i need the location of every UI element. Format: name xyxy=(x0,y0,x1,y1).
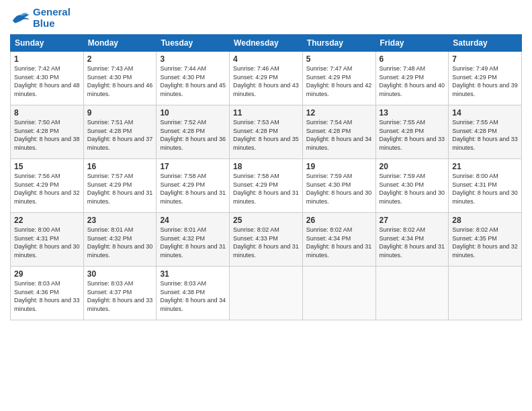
calendar-week-row: 15 Sunrise: 7:56 AM Sunset: 4:29 PM Dayl… xyxy=(11,159,522,213)
calendar-header-sunday: Sunday xyxy=(11,35,84,52)
day-info: Sunrise: 7:50 AM Sunset: 4:28 PM Dayligh… xyxy=(14,118,80,152)
calendar-cell: 31 Sunrise: 8:03 AM Sunset: 4:38 PM Dayl… xyxy=(157,267,230,320)
calendar-cell: 7 Sunrise: 7:49 AM Sunset: 4:29 PM Dayli… xyxy=(449,52,522,105)
day-number: 13 xyxy=(380,108,445,118)
day-info: Sunrise: 7:58 AM Sunset: 4:29 PM Dayligh… xyxy=(233,172,299,205)
day-info: Sunrise: 8:02 AM Sunset: 4:34 PM Dayligh… xyxy=(380,226,445,259)
calendar-cell: 2 Sunrise: 7:43 AM Sunset: 4:30 PM Dayli… xyxy=(83,52,157,105)
day-info: Sunrise: 8:03 AM Sunset: 4:37 PM Dayligh… xyxy=(87,279,153,313)
day-info: Sunrise: 7:43 AM Sunset: 4:30 PM Dayligh… xyxy=(87,64,153,98)
day-info: Sunrise: 7:44 AM Sunset: 4:30 PM Dayligh… xyxy=(160,64,226,98)
day-info: Sunrise: 7:49 AM Sunset: 4:29 PM Dayligh… xyxy=(452,64,518,98)
logo: General Blue xyxy=(10,7,71,29)
calendar-cell: 3 Sunrise: 7:44 AM Sunset: 4:30 PM Dayli… xyxy=(157,52,230,105)
logo-text: General Blue xyxy=(33,7,71,29)
day-number: 12 xyxy=(306,108,372,118)
day-info: Sunrise: 8:02 AM Sunset: 4:35 PM Dayligh… xyxy=(452,226,518,259)
day-number: 3 xyxy=(160,54,226,64)
day-number: 29 xyxy=(14,269,80,279)
calendar-header-monday: Monday xyxy=(83,35,157,52)
calendar-header-friday: Friday xyxy=(375,35,449,52)
calendar-week-row: 22 Sunrise: 8:00 AM Sunset: 4:31 PM Dayl… xyxy=(11,213,522,267)
calendar-cell: 23 Sunrise: 8:01 AM Sunset: 4:32 PM Dayl… xyxy=(83,213,157,267)
day-info: Sunrise: 7:54 AM Sunset: 4:28 PM Dayligh… xyxy=(306,118,372,152)
day-info: Sunrise: 7:46 AM Sunset: 4:29 PM Dayligh… xyxy=(233,64,299,98)
day-number: 5 xyxy=(306,54,372,64)
day-number: 31 xyxy=(160,269,226,279)
day-info: Sunrise: 7:59 AM Sunset: 4:30 PM Dayligh… xyxy=(380,172,445,205)
calendar-cell: 5 Sunrise: 7:47 AM Sunset: 4:29 PM Dayli… xyxy=(302,52,375,105)
calendar-cell: 26 Sunrise: 8:02 AM Sunset: 4:34 PM Dayl… xyxy=(302,213,375,267)
calendar-week-row: 1 Sunrise: 7:42 AM Sunset: 4:30 PM Dayli… xyxy=(11,52,522,105)
day-info: Sunrise: 7:59 AM Sunset: 4:30 PM Dayligh… xyxy=(306,172,372,205)
day-number: 24 xyxy=(160,216,226,225)
day-number: 15 xyxy=(14,162,80,171)
calendar-cell: 12 Sunrise: 7:54 AM Sunset: 4:28 PM Dayl… xyxy=(302,105,375,159)
day-info: Sunrise: 7:42 AM Sunset: 4:30 PM Dayligh… xyxy=(14,64,80,98)
day-info: Sunrise: 8:00 AM Sunset: 4:31 PM Dayligh… xyxy=(452,172,518,205)
day-number: 10 xyxy=(160,108,226,118)
calendar-cell: 13 Sunrise: 7:55 AM Sunset: 4:28 PM Dayl… xyxy=(375,105,449,159)
day-info: Sunrise: 7:58 AM Sunset: 4:29 PM Dayligh… xyxy=(160,172,226,205)
calendar-cell: 9 Sunrise: 7:51 AM Sunset: 4:28 PM Dayli… xyxy=(83,105,157,159)
day-info: Sunrise: 8:03 AM Sunset: 4:38 PM Dayligh… xyxy=(160,279,226,313)
calendar-cell xyxy=(230,267,303,320)
calendar-cell: 24 Sunrise: 8:01 AM Sunset: 4:32 PM Dayl… xyxy=(157,213,230,267)
calendar-cell xyxy=(302,267,375,320)
day-number: 8 xyxy=(14,108,80,118)
calendar-cell: 1 Sunrise: 7:42 AM Sunset: 4:30 PM Dayli… xyxy=(11,52,84,105)
calendar-cell: 30 Sunrise: 8:03 AM Sunset: 4:37 PM Dayl… xyxy=(83,267,157,320)
calendar-cell: 8 Sunrise: 7:50 AM Sunset: 4:28 PM Dayli… xyxy=(11,105,84,159)
day-info: Sunrise: 8:03 AM Sunset: 4:36 PM Dayligh… xyxy=(14,279,80,313)
calendar-cell: 21 Sunrise: 8:00 AM Sunset: 4:31 PM Dayl… xyxy=(449,159,522,213)
day-number: 18 xyxy=(233,162,299,171)
day-number: 16 xyxy=(87,162,153,171)
calendar-cell: 14 Sunrise: 7:55 AM Sunset: 4:28 PM Dayl… xyxy=(449,105,522,159)
calendar-cell: 28 Sunrise: 8:02 AM Sunset: 4:35 PM Dayl… xyxy=(449,213,522,267)
calendar-header-row: SundayMondayTuesdayWednesdayThursdayFrid… xyxy=(11,35,522,52)
day-info: Sunrise: 8:00 AM Sunset: 4:31 PM Dayligh… xyxy=(14,226,80,259)
day-number: 2 xyxy=(87,54,153,64)
logo-bird-icon xyxy=(10,10,30,26)
calendar-week-row: 29 Sunrise: 8:03 AM Sunset: 4:36 PM Dayl… xyxy=(11,267,522,320)
day-info: Sunrise: 7:52 AM Sunset: 4:28 PM Dayligh… xyxy=(160,118,226,152)
day-number: 1 xyxy=(14,54,80,64)
calendar-header-saturday: Saturday xyxy=(449,35,522,52)
calendar-cell: 19 Sunrise: 7:59 AM Sunset: 4:30 PM Dayl… xyxy=(302,159,375,213)
day-number: 28 xyxy=(452,216,518,225)
day-info: Sunrise: 7:55 AM Sunset: 4:28 PM Dayligh… xyxy=(452,118,518,152)
day-info: Sunrise: 8:02 AM Sunset: 4:34 PM Dayligh… xyxy=(306,226,372,259)
day-info: Sunrise: 8:02 AM Sunset: 4:33 PM Dayligh… xyxy=(233,226,299,259)
day-info: Sunrise: 8:01 AM Sunset: 4:32 PM Dayligh… xyxy=(160,226,226,259)
day-info: Sunrise: 7:55 AM Sunset: 4:28 PM Dayligh… xyxy=(380,118,445,152)
calendar-cell: 16 Sunrise: 7:57 AM Sunset: 4:29 PM Dayl… xyxy=(83,159,157,213)
calendar-header-tuesday: Tuesday xyxy=(157,35,230,52)
day-number: 21 xyxy=(452,162,518,171)
day-number: 7 xyxy=(452,54,518,64)
calendar-cell: 29 Sunrise: 8:03 AM Sunset: 4:36 PM Dayl… xyxy=(11,267,84,320)
day-number: 14 xyxy=(452,108,518,118)
calendar-cell: 10 Sunrise: 7:52 AM Sunset: 4:28 PM Dayl… xyxy=(157,105,230,159)
calendar-cell: 15 Sunrise: 7:56 AM Sunset: 4:29 PM Dayl… xyxy=(11,159,84,213)
day-info: Sunrise: 8:01 AM Sunset: 4:32 PM Dayligh… xyxy=(87,226,153,259)
day-number: 30 xyxy=(87,269,153,279)
day-number: 9 xyxy=(87,108,153,118)
calendar-header-wednesday: Wednesday xyxy=(230,35,303,52)
day-number: 22 xyxy=(14,216,80,225)
page: General Blue SundayMondayTuesdayWednesda… xyxy=(0,0,532,411)
calendar-cell xyxy=(449,267,522,320)
calendar-cell: 11 Sunrise: 7:53 AM Sunset: 4:28 PM Dayl… xyxy=(230,105,303,159)
calendar-cell xyxy=(375,267,449,320)
calendar-cell: 22 Sunrise: 8:00 AM Sunset: 4:31 PM Dayl… xyxy=(11,213,84,267)
calendar-cell: 25 Sunrise: 8:02 AM Sunset: 4:33 PM Dayl… xyxy=(230,213,303,267)
day-info: Sunrise: 7:48 AM Sunset: 4:29 PM Dayligh… xyxy=(380,64,445,98)
day-number: 19 xyxy=(306,162,372,171)
day-info: Sunrise: 7:56 AM Sunset: 4:29 PM Dayligh… xyxy=(14,172,80,205)
day-number: 27 xyxy=(380,216,445,225)
day-info: Sunrise: 7:47 AM Sunset: 4:29 PM Dayligh… xyxy=(306,64,372,98)
header: General Blue xyxy=(10,7,522,29)
calendar-cell: 18 Sunrise: 7:58 AM Sunset: 4:29 PM Dayl… xyxy=(230,159,303,213)
calendar-cell: 6 Sunrise: 7:48 AM Sunset: 4:29 PM Dayli… xyxy=(375,52,449,105)
calendar-cell: 4 Sunrise: 7:46 AM Sunset: 4:29 PM Dayli… xyxy=(230,52,303,105)
day-number: 17 xyxy=(160,162,226,171)
